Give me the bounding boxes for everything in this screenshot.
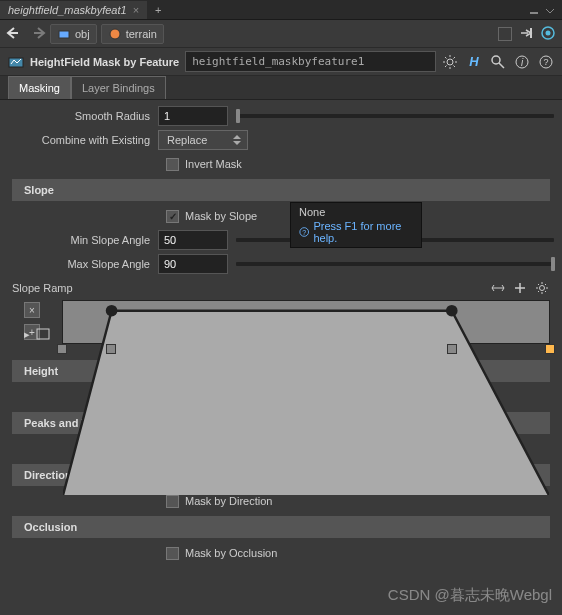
- svg-text:i: i: [521, 57, 524, 68]
- ramp-marker[interactable]: [447, 344, 457, 354]
- path-chip-obj[interactable]: obj: [50, 24, 97, 44]
- obj-icon: [57, 27, 71, 41]
- invert-mask-checkbox[interactable]: [166, 158, 179, 171]
- houdini-icon[interactable]: H: [466, 54, 482, 70]
- terrain-icon: [108, 27, 122, 41]
- mask-by-slope-label: Mask by Slope: [185, 210, 257, 222]
- path-terrain-label: terrain: [126, 28, 157, 40]
- slope-ramp: Slope Ramp × + ▸: [12, 280, 550, 356]
- tab-add-button[interactable]: +: [147, 4, 169, 16]
- section-slope[interactable]: Slope: [12, 179, 550, 201]
- mask-by-direction-checkbox[interactable]: [166, 495, 179, 508]
- ramp-markers[interactable]: [62, 344, 550, 356]
- svg-text:?: ?: [543, 57, 548, 67]
- svg-point-7: [447, 59, 453, 65]
- combine-label: Combine with Existing: [8, 134, 158, 146]
- smooth-radius-label: Smooth Radius: [8, 110, 158, 122]
- invert-mask-label: Invert Mask: [185, 158, 242, 170]
- tooltip-text: None: [291, 205, 421, 219]
- menu-icon[interactable]: [544, 4, 556, 16]
- svg-point-16: [540, 286, 545, 291]
- node-type-icon: [8, 54, 24, 70]
- mask-by-occlusion-checkbox[interactable]: [166, 547, 179, 560]
- path-bar: obj terrain: [0, 20, 562, 48]
- svg-text:?: ?: [302, 229, 306, 236]
- window-controls: [528, 4, 562, 16]
- pin-icon[interactable]: [518, 25, 534, 43]
- ramp-gear-icon[interactable]: [534, 280, 550, 296]
- watermark: CSDN @暮志未晚Webgl: [388, 586, 552, 605]
- node-name-input[interactable]: [185, 51, 436, 72]
- min-slope-label: Min Slope Angle: [8, 234, 158, 246]
- svg-point-2: [110, 29, 120, 39]
- tab-close-icon[interactable]: ×: [133, 4, 139, 16]
- node-header: HeightField Mask by Feature H i ?: [0, 48, 562, 76]
- svg-line-9: [499, 63, 504, 68]
- ramp-marker[interactable]: [57, 344, 67, 354]
- smooth-radius-input[interactable]: [158, 106, 228, 126]
- svg-rect-3: [530, 28, 532, 38]
- param-tabs: Masking Layer Bindings: [0, 76, 562, 100]
- smooth-radius-slider[interactable]: [236, 114, 554, 118]
- tooltip-help: ? Press F1 for more help.: [291, 219, 421, 245]
- ramp-remove-button[interactable]: ×: [24, 302, 40, 318]
- record-icon[interactable]: [540, 25, 556, 43]
- params-panel: Smooth Radius Combine with Existing Repl…: [0, 100, 562, 569]
- nav-back-icon[interactable]: [6, 26, 24, 42]
- path-chip-terrain[interactable]: terrain: [101, 24, 164, 44]
- max-slope-input[interactable]: [158, 254, 228, 274]
- svg-marker-18: [63, 311, 549, 496]
- svg-rect-1: [59, 31, 69, 38]
- combine-select[interactable]: Replace: [158, 130, 248, 150]
- path-obj-label: obj: [75, 28, 90, 40]
- help-small-icon: ?: [299, 226, 309, 238]
- node-type-label: HeightField Mask by Feature: [30, 56, 179, 68]
- tab-layer-bindings[interactable]: Layer Bindings: [71, 76, 166, 99]
- nav-forward-icon[interactable]: [28, 26, 46, 42]
- search-icon[interactable]: [490, 54, 506, 70]
- svg-point-5: [546, 30, 551, 35]
- minimize-icon[interactable]: [528, 4, 540, 16]
- ramp-marker-selected[interactable]: [545, 344, 555, 354]
- tab-title: heightfield_maskbyfeat1: [8, 4, 127, 16]
- ramp-marker[interactable]: [106, 344, 116, 354]
- help-icon[interactable]: ?: [538, 54, 554, 70]
- svg-rect-17: [37, 329, 49, 339]
- info-icon[interactable]: i: [514, 54, 530, 70]
- ramp-fit-icon[interactable]: [36, 328, 50, 342]
- window-tab-bar: heightfield_maskbyfeat1 × +: [0, 0, 562, 20]
- svg-point-8: [492, 56, 500, 64]
- min-slope-input[interactable]: [158, 230, 228, 250]
- mask-by-occlusion-label: Mask by Occlusion: [185, 547, 277, 559]
- max-slope-label: Max Slope Angle: [8, 258, 158, 270]
- max-slope-slider[interactable]: [236, 262, 554, 266]
- path-dropdown-icon[interactable]: [498, 27, 512, 41]
- gear-icon[interactable]: [442, 54, 458, 70]
- svg-point-20: [446, 305, 458, 317]
- slope-ramp-label: Slope Ramp: [12, 282, 73, 294]
- tooltip: None ? Press F1 for more help.: [290, 202, 422, 248]
- ramp-add-icon[interactable]: [512, 280, 528, 296]
- window-tab[interactable]: heightfield_maskbyfeat1 ×: [0, 1, 147, 19]
- ramp-play-icon[interactable]: ▸: [24, 328, 30, 342]
- section-occlusion[interactable]: Occlusion: [12, 516, 550, 538]
- mask-by-slope-checkbox[interactable]: [166, 210, 179, 223]
- svg-point-19: [106, 305, 118, 317]
- ramp-canvas[interactable]: [62, 300, 550, 344]
- ramp-expand-h-icon[interactable]: [490, 280, 506, 296]
- tab-masking[interactable]: Masking: [8, 76, 71, 99]
- svg-rect-0: [530, 12, 538, 14]
- mask-by-direction-label: Mask by Direction: [185, 495, 272, 507]
